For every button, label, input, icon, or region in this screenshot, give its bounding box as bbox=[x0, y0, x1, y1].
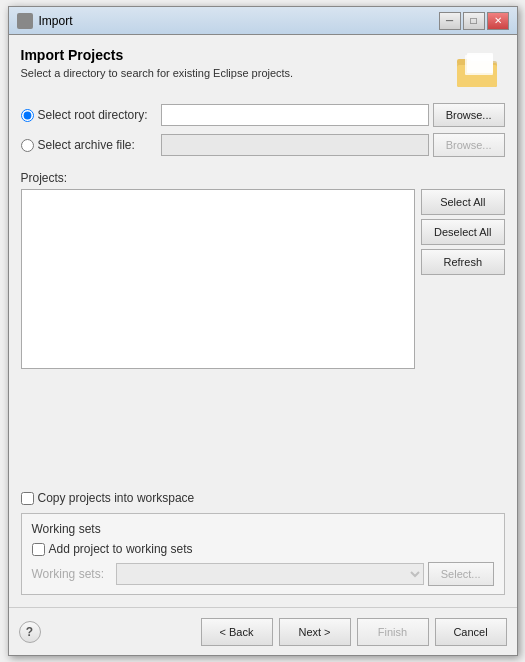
cancel-button[interactable]: Cancel bbox=[435, 618, 507, 646]
dialog-subtitle: Select a directory to search for existin… bbox=[21, 67, 455, 79]
svg-rect-5 bbox=[467, 53, 493, 73]
archive-file-row: Select archive file: Browse... bbox=[21, 133, 505, 157]
root-directory-input[interactable] bbox=[161, 104, 429, 126]
projects-label: Projects: bbox=[21, 171, 505, 185]
dialog-title: Import Projects bbox=[21, 47, 455, 63]
working-sets-select[interactable] bbox=[116, 563, 424, 585]
working-sets-field-label: Working sets: bbox=[32, 567, 112, 581]
finish-button[interactable]: Finish bbox=[357, 618, 429, 646]
close-button[interactable]: ✕ bbox=[487, 12, 509, 30]
footer-buttons: < Back Next > Finish Cancel bbox=[201, 618, 507, 646]
working-sets-group: Working sets Add project to working sets… bbox=[21, 513, 505, 595]
help-button[interactable]: ? bbox=[19, 621, 41, 643]
next-button[interactable]: Next > bbox=[279, 618, 351, 646]
add-working-sets-row: Add project to working sets bbox=[32, 542, 494, 556]
dialog-content: Import Projects Select a directory to se… bbox=[9, 35, 517, 607]
minimize-button[interactable]: ─ bbox=[439, 12, 461, 30]
select-all-button[interactable]: Select All bbox=[421, 189, 504, 215]
folder-icon-area bbox=[455, 47, 505, 91]
root-directory-radio[interactable] bbox=[21, 109, 34, 122]
archive-file-radio-label[interactable]: Select archive file: bbox=[21, 138, 161, 152]
folder-svg-icon bbox=[455, 47, 505, 91]
root-browse-button[interactable]: Browse... bbox=[433, 103, 505, 127]
deselect-all-button[interactable]: Deselect All bbox=[421, 219, 504, 245]
refresh-button[interactable]: Refresh bbox=[421, 249, 504, 275]
working-sets-input-row: Working sets: Select... bbox=[32, 562, 494, 586]
maximize-button[interactable]: □ bbox=[463, 12, 485, 30]
projects-list[interactable] bbox=[21, 189, 416, 369]
header-section: Import Projects Select a directory to se… bbox=[21, 47, 505, 91]
import-dialog: Import ─ □ ✕ Import Projects Select a di… bbox=[8, 6, 518, 656]
add-to-working-sets-checkbox[interactable] bbox=[32, 543, 45, 556]
working-sets-title: Working sets bbox=[32, 522, 494, 536]
copy-projects-label[interactable]: Copy projects into workspace bbox=[38, 491, 195, 505]
add-working-sets-label[interactable]: Add project to working sets bbox=[49, 542, 193, 556]
working-sets-select-button[interactable]: Select... bbox=[428, 562, 494, 586]
header-text: Import Projects Select a directory to se… bbox=[21, 47, 455, 79]
copy-projects-row: Copy projects into workspace bbox=[21, 491, 505, 505]
title-bar-controls: ─ □ ✕ bbox=[439, 12, 509, 30]
projects-buttons: Select All Deselect All Refresh bbox=[421, 189, 504, 481]
archive-file-input[interactable] bbox=[161, 134, 429, 156]
back-button[interactable]: < Back bbox=[201, 618, 273, 646]
archive-file-radio[interactable] bbox=[21, 139, 34, 152]
projects-section: Select All Deselect All Refresh bbox=[21, 189, 505, 481]
root-directory-row: Select root directory: Browse... bbox=[21, 103, 505, 127]
title-bar: Import ─ □ ✕ bbox=[9, 7, 517, 35]
dialog-footer: ? < Back Next > Finish Cancel bbox=[9, 607, 517, 655]
title-bar-text: Import bbox=[39, 14, 439, 28]
archive-browse-button[interactable]: Browse... bbox=[433, 133, 505, 157]
form-section: Select root directory: Browse... Select … bbox=[21, 103, 505, 163]
copy-projects-checkbox[interactable] bbox=[21, 492, 34, 505]
root-directory-radio-label[interactable]: Select root directory: bbox=[21, 108, 161, 122]
title-bar-icon bbox=[17, 13, 33, 29]
